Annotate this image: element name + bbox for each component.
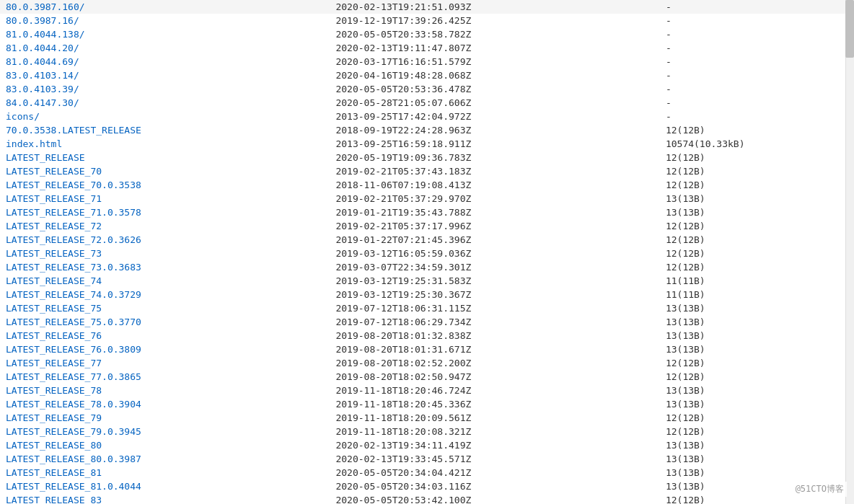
file-size-cell: 12(12B) bbox=[660, 411, 854, 425]
file-date-cell: 2019-12-19T17:39:26.425Z bbox=[330, 14, 659, 27]
file-link[interactable]: LATEST_RELEASE_76.0.3809 bbox=[6, 344, 141, 355]
file-date-cell: 2020-03-17T16:16:51.579Z bbox=[330, 55, 659, 68]
file-size-cell: 12(12B) bbox=[660, 151, 854, 164]
watermark: @51CTO博客 bbox=[793, 482, 847, 497]
file-link[interactable]: LATEST_RELEASE_74 bbox=[6, 275, 102, 286]
file-name-cell: LATEST_RELEASE bbox=[0, 151, 330, 164]
file-date-cell: 2019-03-12T19:25:31.583Z bbox=[330, 274, 659, 288]
file-date-cell: 2019-03-12T16:05:59.036Z bbox=[330, 247, 659, 260]
file-link[interactable]: LATEST_RELEASE_73.0.3683 bbox=[6, 262, 141, 273]
file-name-cell: icons/ bbox=[0, 110, 330, 123]
file-name-cell: LATEST_RELEASE_70 bbox=[0, 164, 330, 178]
table-row: 81.0.4044.138/2020-05-05T20:33:58.782Z- bbox=[0, 27, 854, 41]
file-name-cell: LATEST_RELEASE_80.0.3987 bbox=[0, 452, 330, 466]
scrollbar-thumb[interactable] bbox=[845, 0, 854, 58]
file-name-cell: LATEST_RELEASE_78 bbox=[0, 384, 330, 397]
file-link[interactable]: 80.0.3987.16/ bbox=[6, 15, 79, 26]
table-row: LATEST_RELEASE_802020-02-13T19:34:11.419… bbox=[0, 438, 854, 452]
file-date-cell: 2019-03-12T19:25:30.367Z bbox=[330, 288, 659, 301]
file-date-cell: 2019-08-20T18:01:32.838Z bbox=[330, 329, 659, 342]
file-link[interactable]: LATEST_RELEASE_77.0.3865 bbox=[6, 371, 141, 382]
file-name-cell: LATEST_RELEASE_76 bbox=[0, 329, 330, 342]
file-link[interactable]: 81.0.4044.20/ bbox=[6, 43, 79, 53]
table-row: 83.0.4103.39/2020-05-05T20:53:36.478Z- bbox=[0, 82, 854, 96]
main-container: 80.0.3987.160/2020-02-13T19:21:51.093Z-8… bbox=[0, 0, 854, 504]
file-name-cell: 70.0.3538.LATEST_RELEASE bbox=[0, 123, 330, 137]
file-date-cell: 2019-01-22T07:21:45.396Z bbox=[330, 233, 659, 247]
file-size-cell: 13(13B) bbox=[660, 192, 854, 205]
file-date-cell: 2020-05-05T20:53:42.100Z bbox=[330, 493, 659, 504]
file-name-cell: 81.0.4044.20/ bbox=[0, 41, 330, 55]
file-link[interactable]: LATEST_RELEASE_80.0.3987 bbox=[6, 454, 141, 464]
file-link[interactable]: index.html bbox=[6, 138, 62, 149]
file-date-cell: 2019-07-12T18:06:29.734Z bbox=[330, 315, 659, 329]
file-size-cell: 13(13B) bbox=[660, 384, 854, 397]
table-row: LATEST_RELEASE_752019-07-12T18:06:31.115… bbox=[0, 301, 854, 315]
file-name-cell: LATEST_RELEASE_83 bbox=[0, 493, 330, 504]
table-row: LATEST_RELEASE2020-05-19T19:09:36.783Z12… bbox=[0, 151, 854, 164]
file-link[interactable]: LATEST_RELEASE_74.0.3729 bbox=[6, 289, 141, 300]
file-name-cell: LATEST_RELEASE_73.0.3683 bbox=[0, 260, 330, 274]
file-name-cell: LATEST_RELEASE_75 bbox=[0, 301, 330, 315]
file-name-cell: 80.0.3987.16/ bbox=[0, 14, 330, 27]
file-size-cell: 11(11B) bbox=[660, 288, 854, 301]
file-link[interactable]: LATEST_RELEASE_70 bbox=[6, 166, 102, 177]
file-date-cell: 2020-05-05T20:33:58.782Z bbox=[330, 27, 659, 41]
table-row: LATEST_RELEASE_792019-11-18T18:20:09.561… bbox=[0, 411, 854, 425]
file-link[interactable]: 83.0.4103.39/ bbox=[6, 84, 79, 94]
file-link[interactable]: LATEST_RELEASE_75.0.3770 bbox=[6, 317, 141, 327]
file-link[interactable]: 81.0.4044.138/ bbox=[6, 29, 85, 40]
file-date-cell: 2019-11-18T18:20:45.336Z bbox=[330, 397, 659, 411]
file-link[interactable]: LATEST_RELEASE_71 bbox=[6, 193, 102, 204]
file-link[interactable]: 80.0.3987.160/ bbox=[6, 1, 85, 12]
file-size-cell: 12(12B) bbox=[660, 356, 854, 370]
file-link[interactable]: LATEST_RELEASE_72 bbox=[6, 221, 102, 231]
file-link[interactable]: 70.0.3538.LATEST_RELEASE bbox=[6, 125, 141, 136]
file-link[interactable]: LATEST_RELEASE_80 bbox=[6, 440, 102, 451]
file-link[interactable]: LATEST_RELEASE_78 bbox=[6, 385, 102, 396]
table-row: LATEST_RELEASE_742019-03-12T19:25:31.583… bbox=[0, 274, 854, 288]
file-link[interactable]: LATEST_RELEASE_71.0.3578 bbox=[6, 207, 141, 218]
file-link[interactable]: LATEST_RELEASE_72.0.3626 bbox=[6, 234, 141, 245]
file-link[interactable]: LATEST_RELEASE_83 bbox=[6, 495, 102, 504]
table-row: LATEST_RELEASE_74.0.37292019-03-12T19:25… bbox=[0, 288, 854, 301]
scrollbar[interactable] bbox=[845, 0, 854, 504]
file-link[interactable]: LATEST_RELEASE_78.0.3904 bbox=[6, 399, 141, 410]
file-listing: 80.0.3987.160/2020-02-13T19:21:51.093Z-8… bbox=[0, 0, 854, 504]
file-name-cell: LATEST_RELEASE_77 bbox=[0, 356, 330, 370]
file-date-cell: 2020-02-13T19:11:47.807Z bbox=[330, 41, 659, 55]
file-link[interactable]: 84.0.4147.30/ bbox=[6, 97, 79, 108]
file-date-cell: 2020-02-13T19:21:51.093Z bbox=[330, 0, 659, 14]
file-link[interactable]: LATEST_RELEASE_70.0.3538 bbox=[6, 180, 141, 190]
file-date-cell: 2019-11-18T18:20:08.321Z bbox=[330, 425, 659, 438]
file-link[interactable]: 81.0.4044.69/ bbox=[6, 56, 79, 67]
file-date-cell: 2019-03-07T22:34:59.301Z bbox=[330, 260, 659, 274]
file-link[interactable]: LATEST_RELEASE_76 bbox=[6, 330, 102, 341]
file-name-cell: 80.0.3987.160/ bbox=[0, 0, 330, 14]
table-row: LATEST_RELEASE_782019-11-18T18:20:46.724… bbox=[0, 384, 854, 397]
file-link[interactable]: LATEST_RELEASE_77 bbox=[6, 358, 102, 368]
file-link[interactable]: LATEST_RELEASE_81.0.4044 bbox=[6, 481, 141, 492]
file-size-cell: 12(12B) bbox=[660, 247, 854, 260]
table-row: 84.0.4147.30/2020-05-28T21:05:07.606Z- bbox=[0, 96, 854, 110]
file-name-cell: LATEST_RELEASE_74.0.3729 bbox=[0, 288, 330, 301]
file-size-cell: - bbox=[660, 0, 854, 14]
table-row: LATEST_RELEASE_70.0.35382018-11-06T07:19… bbox=[0, 178, 854, 192]
file-name-cell: LATEST_RELEASE_73 bbox=[0, 247, 330, 260]
file-link[interactable]: LATEST_RELEASE_79.0.3945 bbox=[6, 426, 141, 437]
table-row: LATEST_RELEASE_81.0.40442020-05-05T20:34… bbox=[0, 479, 854, 493]
file-link[interactable]: LATEST_RELEASE_81 bbox=[6, 467, 102, 478]
file-size-cell: 12(12B) bbox=[660, 260, 854, 274]
file-link[interactable]: icons/ bbox=[6, 111, 40, 122]
file-link[interactable]: LATEST_RELEASE_73 bbox=[6, 248, 102, 259]
table-row: 80.0.3987.160/2020-02-13T19:21:51.093Z- bbox=[0, 0, 854, 14]
file-size-cell: 13(13B) bbox=[660, 397, 854, 411]
table-row: LATEST_RELEASE_72.0.36262019-01-22T07:21… bbox=[0, 233, 854, 247]
file-date-cell: 2019-11-18T18:20:09.561Z bbox=[330, 411, 659, 425]
file-size-cell: 12(12B) bbox=[660, 164, 854, 178]
file-link[interactable]: LATEST_RELEASE bbox=[6, 152, 85, 163]
file-link[interactable]: LATEST_RELEASE_75 bbox=[6, 303, 102, 314]
file-name-cell: LATEST_RELEASE_77.0.3865 bbox=[0, 370, 330, 384]
file-link[interactable]: 83.0.4103.14/ bbox=[6, 70, 79, 81]
file-link[interactable]: LATEST_RELEASE_79 bbox=[6, 412, 102, 423]
